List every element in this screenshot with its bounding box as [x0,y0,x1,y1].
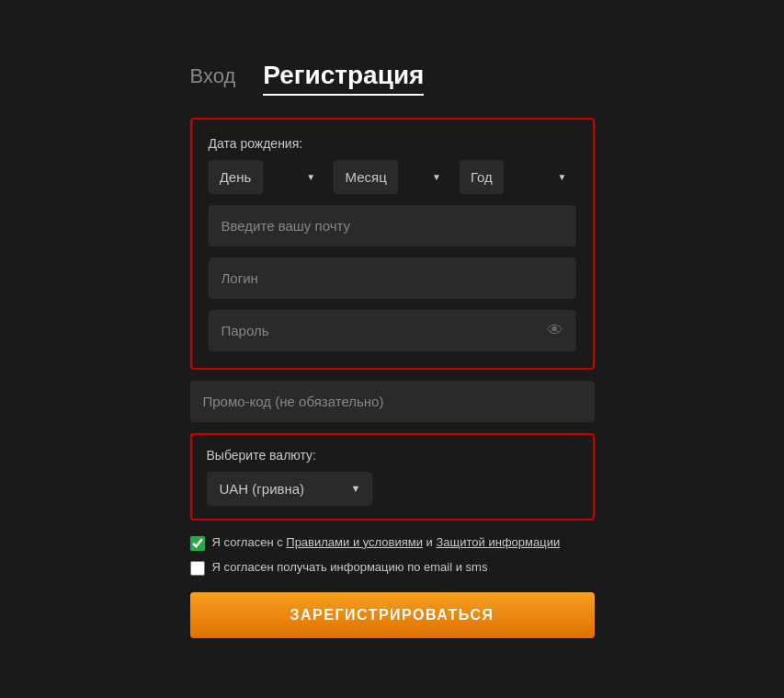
year-select[interactable]: Год [460,160,504,194]
terms-checkbox[interactable] [190,536,205,551]
register-button[interactable]: ЗАРЕГИСТРИРОВАТЬСЯ [190,592,595,638]
login-field[interactable] [209,257,576,299]
tab-login[interactable]: Вход [190,64,236,92]
registration-form-box: Дата рождения: День Месяц Год [190,118,595,370]
newsletter-checkbox[interactable] [190,561,205,576]
day-select-wrapper: День [209,160,325,194]
year-select-wrapper: Год [460,160,576,194]
day-select[interactable]: День [209,160,263,194]
promo-field[interactable] [190,381,595,422]
dob-row: День Месяц Год [209,160,576,194]
tab-register[interactable]: Регистрация [263,61,424,96]
password-field[interactable] [209,310,576,351]
dob-label: Дата рождения: [209,136,576,151]
currency-box: Выберите валюту: UAH (гривна) USD (долла… [190,433,595,521]
password-wrapper: 👁 [209,310,576,351]
currency-select-wrapper: UAH (гривна) USD (доллар) EUR (евро) RUB… [207,472,372,506]
currency-select[interactable]: UAH (гривна) USD (доллар) EUR (евро) RUB… [207,472,372,506]
email-field[interactable] [209,205,576,246]
terms-text: Я согласен с Правилами и условиями и Защ… [212,535,561,549]
registration-container: Вход Регистрация Дата рождения: День Мес… [172,42,613,657]
eye-icon[interactable]: 👁 [547,321,563,340]
month-select[interactable]: Месяц [334,160,398,194]
privacy-link[interactable]: Защитой информации [436,535,560,549]
terms-checkbox-row: Я согласен с Правилами и условиями и Защ… [190,535,595,551]
currency-label: Выберите валюту: [207,448,578,463]
newsletter-text: Я согласен получать информацию по email … [212,560,488,574]
terms-link[interactable]: Правилами и условиями [286,535,423,549]
month-select-wrapper: Месяц [334,160,450,194]
newsletter-checkbox-row: Я согласен получать информацию по email … [190,560,595,576]
tabs: Вход Регистрация [190,61,595,96]
